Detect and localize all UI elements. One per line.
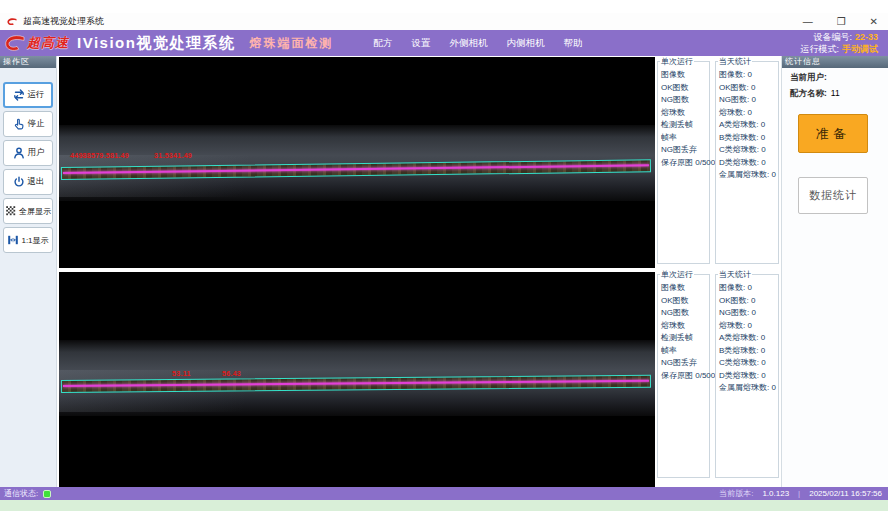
run-cycle-icon [12, 88, 26, 102]
stat-row: NG图丢弃 [661, 144, 709, 157]
stat-row: 熔珠数 [661, 320, 709, 333]
status-bar: 通信状态: 当前版本: 1.0.123 | 2025/02/11 16:57:5… [0, 487, 888, 500]
stat-row: D类熔珠数: 0 [719, 370, 778, 383]
info-panel-title: 统计信息 [782, 56, 888, 68]
menu-item-recipe[interactable]: 配方 [373, 37, 392, 50]
stat-row: 图像数 [661, 69, 709, 82]
app-subtitle: 熔珠端面检测 [249, 35, 333, 52]
stat-row: 帧率 [661, 132, 709, 145]
brand-text: 超高速 [27, 34, 69, 52]
camera-top-measurement-label: 44988579.581.49 [70, 152, 129, 159]
recipe-name-value: 11 [831, 88, 840, 98]
version-label: 当前版本: [719, 488, 753, 499]
fullscreen-button-label: 全屏显示 [19, 206, 51, 217]
sidebar-buttons: 运行 停止 用户 退出 [0, 68, 56, 253]
sidebar-title: 操作区 [0, 56, 56, 68]
power-icon [12, 175, 26, 189]
run-mode-value: 手动调试 [842, 44, 878, 54]
menu-item-help[interactable]: 帮助 [563, 37, 582, 50]
stat-row: NG图数 [661, 307, 709, 320]
single-run-groupbox: 单次运行 图像数OK图数NG图数熔珠数检测丢帧帧率NG图丢弃保存原图 0/500 [657, 61, 710, 264]
info-panel-body: 当前用户: 配方名称:11 准备 数据统计 [782, 68, 888, 487]
app-title: IVision视觉处理系统 [77, 34, 235, 53]
one-to-one-icon [7, 234, 19, 246]
camera-bottom-measurement-label: 53.11 [172, 370, 191, 377]
one-to-one-button-label: 1:1显示 [21, 235, 48, 246]
daily-stats-title: 当天统计 [718, 270, 752, 279]
menu-item-settings[interactable]: 设置 [411, 37, 430, 50]
menu-item-inner-camera[interactable]: 内侧相机 [506, 37, 544, 50]
camera-top-measurement-label: 31.5341.49 [154, 152, 192, 159]
comm-status-label: 通信状态: [4, 488, 38, 499]
data-statistics-button[interactable]: 数据统计 [798, 177, 868, 214]
close-icon[interactable]: ✕ [870, 17, 878, 27]
stat-row: NG图丢弃 [661, 357, 709, 370]
stat-row: OK图数: 0 [719, 295, 778, 308]
recipe-line: 配方名称:11 [782, 84, 888, 100]
stat-row: 保存原图 0/500 [661, 370, 709, 383]
user-button[interactable]: 用户 [3, 140, 53, 166]
daily-stats-groupbox: 当天统计 图像数: 0OK图数: 0NG图数: 0熔珠数: 0A类熔珠数: 0B… [715, 61, 779, 264]
single-run-groupbox: 单次运行 图像数OK图数NG图数熔珠数检测丢帧帧率NG图丢弃保存原图 0/500 [657, 274, 710, 478]
fullscreen-icon [5, 205, 17, 217]
brand-swoosh-icon [3, 33, 27, 53]
daily-stats-title: 当天统计 [718, 57, 752, 66]
stop-hand-icon [12, 117, 26, 131]
stat-row: C类熔珠数: 0 [719, 144, 778, 157]
stat-row: 金属屑熔珠数: 0 [719, 382, 778, 395]
stat-row: C类熔珠数: 0 [719, 357, 778, 370]
stat-row: A类熔珠数: 0 [719, 332, 778, 345]
stat-row: 熔珠数: 0 [719, 107, 778, 120]
stat-row: OK图数 [661, 295, 709, 308]
run-mode-label: 运行模式: [800, 44, 839, 54]
stat-row: 金属屑熔珠数: 0 [719, 169, 778, 182]
version-value: 1.0.123 [762, 489, 789, 498]
run-button[interactable]: 运行 [3, 82, 53, 108]
one-to-one-button[interactable]: 1:1显示 [3, 227, 53, 253]
stat-row: OK图数: 0 [719, 82, 778, 95]
window-controls: — ❐ ✕ [803, 17, 878, 27]
user-icon [12, 146, 26, 160]
stat-row: 保存原图 0/500 [661, 157, 709, 170]
stat-row: 图像数: 0 [719, 69, 778, 82]
stats-panel-top: 单次运行 图像数OK图数NG图数熔珠数检测丢帧帧率NG图丢弃保存原图 0/500… [657, 61, 779, 264]
statistics-info-panel: 统计信息 当前用户: 配方名称:11 准备 数据统计 [781, 56, 888, 487]
exit-button[interactable]: 退出 [3, 169, 53, 195]
maximize-icon[interactable]: ❐ [837, 17, 846, 27]
stat-row: B类熔珠数: 0 [719, 345, 778, 358]
daily-stats-rows: 图像数: 0OK图数: 0NG图数: 0熔珠数: 0A类熔珠数: 0B类熔珠数:… [719, 69, 778, 182]
window-titlebar: 超高速视觉处理系统 — ❐ ✕ [0, 13, 888, 30]
device-info: 设备编号:22-33 运行模式:手动调试 [800, 31, 878, 55]
stat-row: 检测丢帧 [661, 332, 709, 345]
single-run-rows: 图像数OK图数NG图数熔珠数检测丢帧帧率NG图丢弃保存原图 0/500 [661, 69, 709, 169]
camera-view-top[interactable]: 44988579.581.49 31.5341.49 [59, 57, 655, 268]
app-header: 超高速 IVision视觉处理系统 熔珠端面检测 配方 设置 外侧相机 内侧相机… [0, 30, 888, 56]
stat-row: 帧率 [661, 345, 709, 358]
run-button-label: 运行 [28, 89, 45, 101]
menu-item-outer-camera[interactable]: 外侧相机 [449, 37, 487, 50]
stats-panel-bottom: 单次运行 图像数OK图数NG图数熔珠数检测丢帧帧率NG图丢弃保存原图 0/500… [657, 274, 779, 478]
stop-button-label: 停止 [28, 118, 45, 130]
camera-bottom-measurement-label: 56.43 [222, 370, 241, 377]
stat-row: A类熔珠数: 0 [719, 119, 778, 132]
camera-view-bottom[interactable]: 53.11 56.43 [59, 272, 655, 487]
exit-button-label: 退出 [28, 176, 45, 188]
stat-row: 图像数 [661, 282, 709, 295]
minimize-icon[interactable]: — [803, 17, 813, 27]
main-menu: 配方 设置 外侧相机 内侧相机 帮助 [373, 37, 582, 50]
status-bar-right: 当前版本: 1.0.123 | 2025/02/11 16:57:56 [719, 488, 882, 499]
stat-row: B类熔珠数: 0 [719, 132, 778, 145]
single-run-rows: 图像数OK图数NG图数熔珠数检测丢帧帧率NG图丢弃保存原图 0/500 [661, 282, 709, 382]
stop-button[interactable]: 停止 [3, 111, 53, 137]
window-title: 超高速视觉处理系统 [23, 15, 104, 28]
current-user-label: 当前用户: [790, 72, 827, 82]
status-separator: | [798, 489, 800, 498]
bottom-edge-strip [0, 500, 888, 511]
device-number-value: 22-33 [855, 32, 878, 42]
fullscreen-button[interactable]: 全屏显示 [3, 198, 53, 224]
current-user-line: 当前用户: [782, 68, 888, 84]
app-window: 超高速视觉处理系统 — ❐ ✕ 超高速 IVision视觉处理系统 熔珠端面检测… [0, 0, 888, 522]
prepare-button[interactable]: 准备 [798, 114, 868, 153]
device-number-label: 设备编号: [813, 32, 852, 42]
user-button-label: 用户 [28, 147, 45, 159]
